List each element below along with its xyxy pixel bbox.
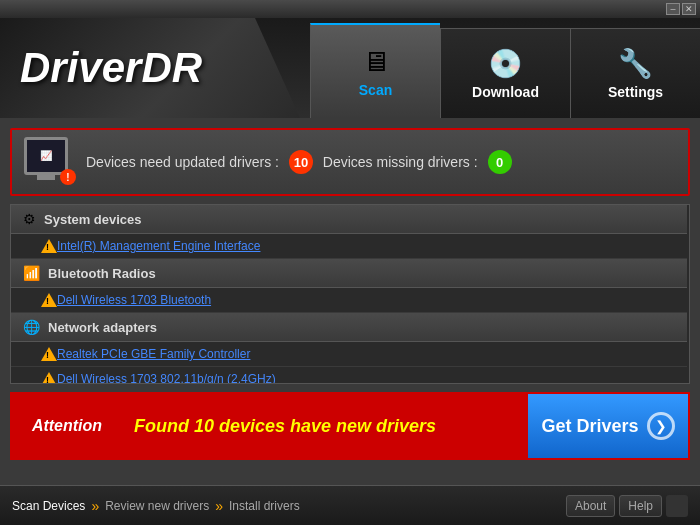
- category-bluetooth: 📶 Bluetooth Radios: [11, 259, 687, 288]
- category-network: 🌐 Network adapters: [11, 313, 687, 342]
- monitor-icon: 📈: [24, 137, 68, 175]
- footer-nav-scan[interactable]: Scan Devices: [12, 499, 85, 513]
- download-tab-label: Download: [472, 84, 539, 100]
- footer-nav-sep-1: »: [91, 498, 99, 514]
- category-system-devices: ⚙ System devices: [11, 205, 687, 234]
- device-realtek[interactable]: Realtek PCIe GBE Family Controller: [57, 347, 250, 361]
- tab-settings[interactable]: 🔧 Settings: [570, 28, 700, 118]
- device-dell-wifi[interactable]: Dell Wireless 1703 802.11b/g/n (2.4GHz): [57, 372, 276, 383]
- network-label: Network adapters: [48, 320, 157, 335]
- download-tab-icon: 💿: [488, 47, 523, 80]
- main-content: 📈 ! Devices need updated drivers : 10 De…: [0, 118, 700, 485]
- list-item[interactable]: Realtek PCIe GBE Family Controller: [11, 342, 687, 367]
- footer-nav-sep-2: »: [215, 498, 223, 514]
- logo-area: DriverDR: [0, 18, 300, 118]
- footer-nav: Scan Devices » Review new drivers » Inst…: [12, 498, 300, 514]
- footer-logo: [666, 495, 688, 517]
- footer-nav-review[interactable]: Review new drivers: [105, 499, 209, 513]
- devices-missing-count: 0: [488, 150, 512, 174]
- network-icon: 🌐: [23, 319, 40, 335]
- warning-icon: [41, 347, 57, 361]
- status-bar: 📈 ! Devices need updated drivers : 10 De…: [10, 128, 690, 196]
- warning-icon: [41, 372, 57, 383]
- title-bar: – ✕: [0, 0, 700, 18]
- footer: Scan Devices » Review new drivers » Inst…: [0, 485, 700, 525]
- list-item[interactable]: Dell Wireless 1703 Bluetooth: [11, 288, 687, 313]
- scan-tab-label: Scan: [359, 82, 392, 98]
- warning-icon: [41, 293, 57, 307]
- alert-dot: !: [60, 169, 76, 185]
- action-bar: Attention Found 10 devices have new driv…: [10, 392, 690, 460]
- device-list[interactable]: ⚙ System devices Intel(R) Management Eng…: [11, 205, 689, 383]
- get-drivers-button[interactable]: Get Drivers ❯: [528, 394, 688, 458]
- settings-tab-label: Settings: [608, 84, 663, 100]
- attention-message: Found 10 devices have new drivers: [134, 416, 436, 437]
- minimize-button[interactable]: –: [666, 3, 680, 15]
- system-devices-icon: ⚙: [23, 211, 36, 227]
- settings-tab-icon: 🔧: [618, 47, 653, 80]
- devices-need-update-label: Devices need updated drivers :: [86, 154, 279, 170]
- app-logo: DriverDR: [20, 44, 202, 92]
- attention-message-box: Found 10 devices have new drivers: [122, 394, 528, 458]
- list-item[interactable]: Intel(R) Management Engine Interface: [11, 234, 687, 259]
- tab-download[interactable]: 💿 Download: [440, 28, 570, 118]
- close-button[interactable]: ✕: [682, 3, 696, 15]
- logo-text-driver: DriverDR: [20, 44, 202, 91]
- device-intel-me[interactable]: Intel(R) Management Engine Interface: [57, 239, 260, 253]
- devices-missing-label: Devices missing drivers :: [323, 154, 478, 170]
- get-drivers-arrow-icon: ❯: [647, 412, 675, 440]
- device-list-container: ⚙ System devices Intel(R) Management Eng…: [10, 204, 690, 384]
- attention-label: Attention: [32, 417, 102, 435]
- attention-label-box: Attention: [12, 394, 122, 458]
- header: DriverDR 🖥 Scan 💿 Download 🔧 Settings: [0, 18, 700, 118]
- devices-need-update-count: 10: [289, 150, 313, 174]
- get-drivers-label: Get Drivers: [541, 416, 638, 437]
- scan-tab-icon: 🖥: [362, 45, 390, 78]
- tab-scan[interactable]: 🖥 Scan: [310, 23, 440, 118]
- system-devices-label: System devices: [44, 212, 142, 227]
- about-button[interactable]: About: [566, 495, 615, 517]
- device-dell-bt[interactable]: Dell Wireless 1703 Bluetooth: [57, 293, 211, 307]
- warning-icon: [41, 239, 57, 253]
- status-text: Devices need updated drivers : 10 Device…: [86, 150, 518, 174]
- status-icon: 📈 !: [24, 137, 74, 187]
- footer-actions: About Help: [566, 495, 688, 517]
- monitor-graph: 📈: [40, 151, 52, 161]
- help-button[interactable]: Help: [619, 495, 662, 517]
- list-item[interactable]: Dell Wireless 1703 802.11b/g/n (2.4GHz): [11, 367, 687, 383]
- bluetooth-label: Bluetooth Radios: [48, 266, 156, 281]
- nav-tabs: 🖥 Scan 💿 Download 🔧 Settings: [310, 18, 700, 118]
- footer-nav-install[interactable]: Install drivers: [229, 499, 300, 513]
- bluetooth-icon: 📶: [23, 265, 40, 281]
